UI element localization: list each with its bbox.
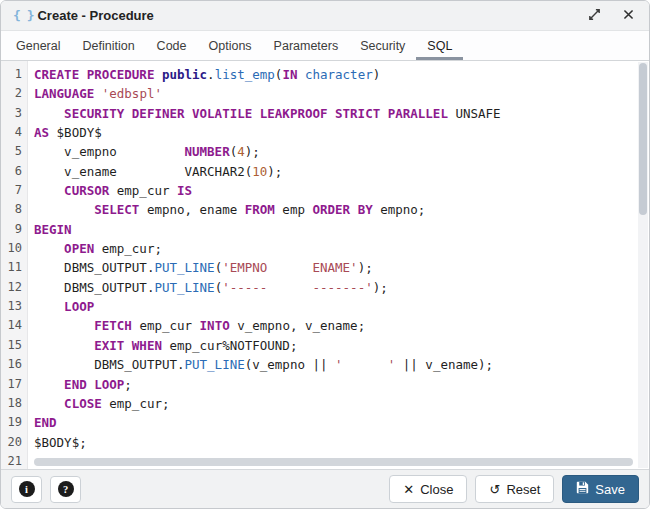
horizontal-scrollbar-thumb[interactable]	[34, 458, 633, 466]
line-number: 7	[1, 181, 22, 200]
code-line[interactable]: END	[34, 413, 649, 432]
code-line[interactable]: v_ename VARCHAR2(10);	[34, 162, 649, 181]
help-icon: ?	[58, 481, 74, 497]
line-number: 15	[1, 336, 22, 355]
code-line[interactable]: v_empno NUMBER(4);	[34, 142, 649, 161]
titlebar-controls	[585, 7, 637, 25]
line-number: 2	[1, 84, 22, 103]
line-number: 20	[1, 433, 22, 452]
tab-sql[interactable]: SQL	[416, 31, 463, 60]
line-number: 1	[1, 65, 22, 84]
close-x-icon: ✕	[403, 483, 414, 496]
footer-bar: i ? ✕ Close ↺ Reset S	[1, 469, 649, 508]
vertical-scrollbar-thumb[interactable]	[639, 63, 647, 215]
line-number: 21	[1, 452, 22, 469]
sql-editor[interactable]: 123456789101112131415161718192021 CREATE…	[1, 61, 649, 469]
code-line[interactable]: END LOOP;	[34, 375, 649, 394]
line-number: 4	[1, 123, 22, 142]
code-line[interactable]: OPEN emp_cur;	[34, 239, 649, 258]
create-procedure-dialog: { } Create - Procedure GeneralDefinition…	[0, 0, 650, 509]
close-icon	[622, 8, 635, 24]
code-line[interactable]: LANGUAGE 'edbspl'	[34, 84, 649, 103]
close-button-label: Close	[420, 482, 453, 497]
line-number: 6	[1, 162, 22, 181]
save-button-label: Save	[595, 482, 625, 497]
close-dialog-button[interactable]	[619, 7, 637, 25]
vertical-scrollbar[interactable]	[638, 62, 648, 468]
save-button[interactable]: Save	[562, 475, 639, 503]
title-bar: { } Create - Procedure	[1, 1, 649, 31]
code-line[interactable]: DBMS_OUTPUT.PUT_LINE(v_empno || ' ' || v…	[34, 355, 649, 374]
info-icon: i	[19, 481, 35, 497]
line-number: 9	[1, 220, 22, 239]
tab-security[interactable]: Security	[349, 31, 416, 60]
code-line[interactable]: CLOSE emp_cur;	[34, 394, 649, 413]
dialog-help-button[interactable]: ?	[50, 476, 81, 503]
line-number: 3	[1, 104, 22, 123]
code-line[interactable]: BEGIN	[34, 220, 649, 239]
line-number: 5	[1, 142, 22, 161]
expand-icon	[587, 7, 602, 25]
code-line[interactable]: FETCH emp_cur INTO v_empno, v_ename;	[34, 316, 649, 335]
dialog-title: Create - Procedure	[37, 8, 153, 23]
tab-general[interactable]: General	[5, 31, 71, 60]
line-number: 14	[1, 316, 22, 335]
tab-parameters[interactable]: Parameters	[263, 31, 350, 60]
line-number: 18	[1, 394, 22, 413]
reset-button-label: Reset	[506, 482, 540, 497]
code-line[interactable]: SELECT empno, ename FROM emp ORDER BY em…	[34, 200, 649, 219]
line-number: 16	[1, 355, 22, 374]
line-number: 11	[1, 258, 22, 277]
save-icon	[576, 481, 589, 497]
line-number: 10	[1, 239, 22, 258]
close-button[interactable]: ✕ Close	[389, 475, 467, 503]
line-number: 13	[1, 297, 22, 316]
tab-bar: GeneralDefinitionCodeOptionsParametersSe…	[1, 31, 649, 61]
code-line[interactable]: EXIT WHEN emp_cur%NOTFOUND;	[34, 336, 649, 355]
tab-options[interactable]: Options	[198, 31, 263, 60]
code-line[interactable]: CREATE PROCEDURE public.list_emp(IN char…	[34, 65, 649, 84]
reset-icon: ↺	[489, 483, 500, 496]
sql-help-button[interactable]: i	[11, 476, 42, 503]
code-line[interactable]: CURSOR emp_cur IS	[34, 181, 649, 200]
gutter: 123456789101112131415161718192021	[1, 61, 28, 469]
code-line[interactable]: $BODY$;	[34, 433, 649, 452]
line-number: 19	[1, 413, 22, 432]
tab-code[interactable]: Code	[146, 31, 198, 60]
line-number: 12	[1, 278, 22, 297]
line-number: 17	[1, 375, 22, 394]
tab-definition[interactable]: Definition	[71, 31, 145, 60]
maximize-button[interactable]	[585, 7, 603, 25]
code-lines[interactable]: CREATE PROCEDURE public.list_emp(IN char…	[28, 61, 649, 469]
line-number: 8	[1, 200, 22, 219]
code-line[interactable]: DBMS_OUTPUT.PUT_LINE('EMPNO ENAME');	[34, 258, 649, 277]
code-line[interactable]: AS $BODY$	[34, 123, 649, 142]
code-line[interactable]: LOOP	[34, 297, 649, 316]
code-line[interactable]: DBMS_OUTPUT.PUT_LINE('----- -------');	[34, 278, 649, 297]
reset-button[interactable]: ↺ Reset	[475, 475, 554, 503]
procedure-icon: { }	[13, 8, 33, 23]
code-line[interactable]: SECURITY DEFINER VOLATILE LEAKPROOF STRI…	[34, 104, 649, 123]
